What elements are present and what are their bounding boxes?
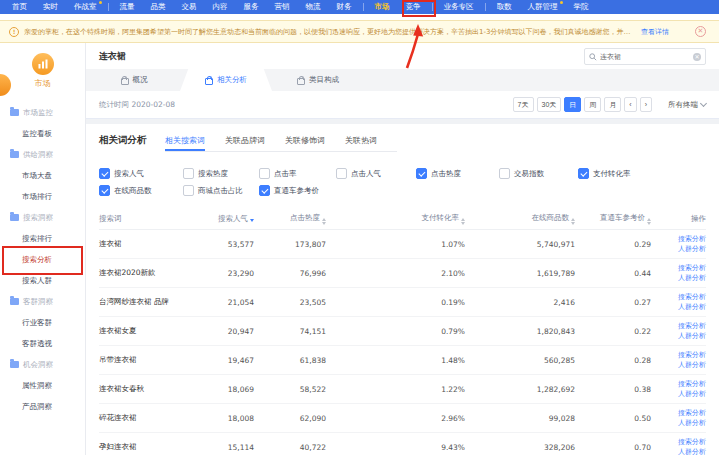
action-link-crowd-analysis[interactable]: 人群分析 (651, 418, 706, 428)
nav-item-finance[interactable]: 财务 (329, 0, 360, 14)
column-header-搜索人气[interactable]: 搜索人气 (197, 208, 254, 230)
sidebar-item-search-analysis[interactable]: 搜索分析 (0, 249, 85, 270)
nav-item-home[interactable]: 首页 (4, 0, 35, 14)
metric-checkbox-1-1[interactable]: 搜索人气 (99, 168, 183, 179)
metric-checkbox-1-6[interactable]: 交易指数 (499, 168, 578, 179)
metric-label: 点击热度 (431, 169, 461, 179)
keyword-search-box[interactable]: ✕ (584, 48, 706, 65)
column-header-label: 在线商品数 (532, 213, 570, 222)
column-header-label: 操作 (691, 214, 706, 223)
clear-search-icon[interactable]: ✕ (693, 53, 701, 61)
value-cell: 61,838 (254, 346, 326, 375)
action-link-crowd-analysis[interactable]: 人群分析 (651, 244, 706, 254)
sidebar-section-opportunity-insight: 机会洞察 (0, 354, 85, 375)
search-input[interactable] (600, 53, 690, 61)
sort-icons-active[interactable] (250, 219, 254, 222)
column-header-在线商品数[interactable]: 在线商品数 (465, 208, 575, 230)
metric-checkbox-1-4[interactable]: 点击人气 (336, 168, 416, 179)
nav-item-traffic[interactable]: 流量 (112, 0, 143, 14)
metric-row-2: 在线商品数商城点击占比直通车参考价 (99, 182, 706, 199)
action-link-crowd-analysis[interactable]: 人群分析 (651, 447, 706, 455)
action-link-crowd-analysis[interactable]: 人群分析 (651, 389, 706, 399)
range-button-7d[interactable]: 7天 (513, 97, 534, 112)
sidebar-item-customer-perspective[interactable]: 客群透视 (0, 333, 85, 354)
nav-item-market[interactable]: 市场 (367, 0, 398, 14)
nav-item-content[interactable]: 内容 (205, 0, 236, 14)
actions-cell: 搜索分析人群分析 (651, 433, 706, 455)
notice-close-icon[interactable]: ✕ (695, 26, 706, 37)
action-link-search-analysis[interactable]: 搜索分析 (651, 408, 706, 418)
action-link-crowd-analysis[interactable]: 人群分析 (651, 273, 706, 283)
range-button-month[interactable]: 月 (604, 97, 621, 112)
sort-icons[interactable] (571, 218, 575, 225)
sidebar-section-supply-insight: 供给洞察 (0, 144, 85, 165)
sidebar-item-market-overview[interactable]: 市场大盘 (0, 165, 85, 186)
sidebar-item-monitor-board[interactable]: 监控看板 (0, 123, 85, 144)
analysis-tab-related-brand-words[interactable]: 关联品牌词 (225, 133, 265, 151)
range-button-prev[interactable]: ‹ (624, 97, 636, 112)
action-link-crowd-analysis[interactable]: 人群分析 (651, 360, 706, 370)
nav-item-category[interactable]: 品类 (143, 0, 174, 14)
metric-checkbox-1-3[interactable]: 点击率 (259, 168, 336, 179)
nav-item-service[interactable]: 服务 (236, 0, 267, 14)
keyword-cell: 吊带连衣裙 (99, 346, 197, 375)
analysis-tab-related-modifier-words[interactable]: 关联修饰词 (285, 133, 325, 151)
action-link-search-analysis[interactable]: 搜索分析 (651, 379, 706, 389)
tab-category-composition[interactable]: 类目构成 (272, 69, 364, 91)
sidebar-item-attribute-insight[interactable]: 属性洞察 (0, 375, 85, 396)
action-link-search-analysis[interactable]: 搜索分析 (651, 292, 706, 302)
action-link-search-analysis[interactable]: 搜索分析 (651, 437, 706, 447)
keyword-table: 搜索词搜索人气点击热度支付转化率在线商品数直通车参考价操作连衣裙53,57717… (99, 208, 706, 455)
column-header-点击热度[interactable]: 点击热度 (254, 208, 326, 230)
range-button-day[interactable]: 日 (564, 97, 581, 112)
nav-item-marketing[interactable]: 营销 (267, 0, 298, 14)
notice-text: 亲爱的掌柜，在这个特殊时期，阿里集团希望第一时间了解您生意动态和当前面临的问题，… (24, 27, 633, 37)
sidebar-item-search-ranking[interactable]: 搜索排行 (0, 228, 85, 249)
value-cell: 0.19% (326, 288, 465, 317)
range-button-week[interactable]: 周 (584, 97, 601, 112)
notice-detail-link[interactable]: 查看详情 (641, 27, 669, 37)
column-header-支付转化率[interactable]: 支付转化率 (326, 208, 465, 230)
sidebar-item-industry-customer[interactable]: 行业客群 (0, 312, 85, 333)
metric-checkbox-1-7[interactable]: 支付转化率 (578, 168, 688, 179)
nav-item-competition[interactable]: 竞争 (398, 0, 429, 14)
nav-item-trade[interactable]: 交易 (174, 0, 205, 14)
action-link-search-analysis[interactable]: 搜索分析 (651, 234, 706, 244)
nav-item-data-fetch[interactable]: 取数 (489, 0, 520, 14)
tab-overview[interactable]: 概况 (88, 69, 180, 91)
nav-item-logistics[interactable]: 物流 (298, 0, 329, 14)
nav-item-academy[interactable]: 学院 (566, 0, 597, 14)
action-link-search-analysis[interactable]: 搜索分析 (651, 321, 706, 331)
sidebar-item-market-ranking[interactable]: 市场排行 (0, 186, 85, 207)
table-row: 连衣裙53,577173,8071.07%5,740,9710.29搜索分析人群… (99, 230, 706, 259)
metric-checkbox-2-3[interactable]: 直通车参考价 (259, 185, 336, 196)
analysis-tab-related-hot-words[interactable]: 关联热词 (345, 133, 377, 151)
checkbox-icon (99, 168, 110, 179)
terminal-filter-dropdown[interactable]: 所有终端 (668, 100, 706, 110)
sort-icons[interactable] (647, 218, 651, 225)
action-link-crowd-analysis[interactable]: 人群分析 (651, 331, 706, 341)
action-link-search-analysis[interactable]: 搜索分析 (651, 350, 706, 360)
nav-item-crowd-management[interactable]: 人群管理 (520, 0, 566, 14)
action-link-crowd-analysis[interactable]: 人群分析 (651, 302, 706, 312)
metric-checkbox-2-1[interactable]: 在线商品数 (99, 185, 183, 196)
nav-item-business-zone[interactable]: 业务专区 (436, 0, 482, 14)
checkbox-icon (578, 168, 589, 179)
nav-item-war-room[interactable]: 作战室 (66, 0, 105, 14)
analysis-tab-related-search-words[interactable]: 相关搜索词 (165, 133, 205, 151)
value-cell: 58,522 (254, 375, 326, 404)
column-header-直通车参考价[interactable]: 直通车参考价 (575, 208, 651, 230)
top-navigation-bar: 首页实时作战室流量品类交易内容服务营销物流财务市场竞争业务专区取数人群管理学院 (0, 0, 719, 14)
nav-item-realtime[interactable]: 实时 (35, 0, 66, 14)
metric-checkbox-2-2[interactable]: 商城点击占比 (183, 185, 259, 196)
range-button-next[interactable]: › (640, 97, 652, 112)
sort-icons[interactable] (461, 218, 465, 225)
metric-checkbox-1-5[interactable]: 点击热度 (416, 168, 499, 179)
sort-icons[interactable] (322, 218, 326, 225)
range-button-30d[interactable]: 30天 (537, 97, 562, 112)
sidebar-item-search-crowd[interactable]: 搜索人群 (0, 270, 85, 291)
metric-checkbox-1-2[interactable]: 搜索热度 (183, 168, 259, 179)
action-link-search-analysis[interactable]: 搜索分析 (651, 263, 706, 273)
sidebar-item-product-insight[interactable]: 产品洞察 (0, 396, 85, 417)
tab-related-analysis[interactable]: 相关分析 (180, 69, 272, 91)
